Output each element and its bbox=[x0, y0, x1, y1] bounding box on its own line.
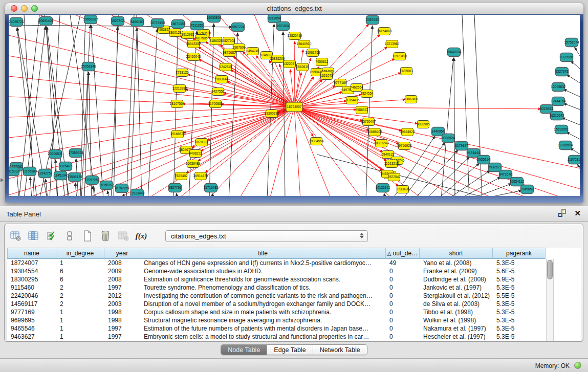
cell-title[interactable]: Investigating the contribution of common… bbox=[140, 292, 386, 300]
graph-node[interactable]: 7857224 bbox=[231, 23, 245, 32]
graph-node[interactable]: 16210643 bbox=[550, 112, 564, 120]
cell-pagerank[interactable]: 5.5E-5 bbox=[493, 292, 546, 300]
cell-year[interactable]: 2008 bbox=[104, 259, 140, 267]
cell-name[interactable]: 22420046 bbox=[7, 292, 56, 300]
cell-outde[interactable]: 0 bbox=[386, 275, 420, 283]
cell-pagerank[interactable]: 5.3E-5 bbox=[493, 283, 546, 292]
graph-node[interactable]: 9242845 bbox=[219, 63, 232, 71]
cell-short[interactable]: Hescheler et al. (1997) bbox=[420, 333, 493, 341]
graph-node[interactable]: 16033809 bbox=[207, 15, 222, 23]
graph-node[interactable]: 19756928 bbox=[397, 142, 412, 150]
graph-node[interactable]: 10807491 bbox=[404, 96, 419, 103]
graph-node[interactable]: 1733426 bbox=[396, 186, 409, 193]
graph-node[interactable]: 15720407 bbox=[361, 118, 376, 126]
table-mode-icon[interactable] bbox=[63, 230, 76, 242]
graph-node[interactable]: 8938924 bbox=[442, 134, 455, 143]
column-header-pagerank[interactable]: pagerank bbox=[493, 248, 546, 259]
graph-node[interactable]: 11675312 bbox=[568, 156, 580, 164]
graph-node[interactable]: 20206536 bbox=[48, 150, 63, 159]
graph-node[interactable]: 20691406 bbox=[39, 17, 54, 26]
cell-short[interactable]: Yano et al. (2008) bbox=[420, 259, 493, 267]
graph-node[interactable]: 24055724 bbox=[9, 18, 24, 27]
cell-indegree[interactable]: 2 bbox=[56, 292, 104, 300]
graph-node[interactable]: 16039489 bbox=[186, 160, 201, 168]
graph-node[interactable]: 15716485 bbox=[204, 184, 219, 192]
graph-node[interactable]: 19654923 bbox=[400, 128, 415, 136]
network-graph-canvas[interactable]: 7963822 8860128 8912935 22260538 9827505… bbox=[9, 15, 580, 196]
minimize-window-button[interactable] bbox=[21, 5, 28, 12]
graph-node[interactable]: 9245652 bbox=[520, 185, 534, 194]
cell-year[interactable]: 1997 bbox=[104, 324, 140, 333]
cell-short[interactable]: Stergiakouli et al. (2012) bbox=[420, 292, 493, 300]
graph-node[interactable]: 10654112 bbox=[510, 178, 525, 186]
import-table-icon[interactable] bbox=[117, 230, 129, 242]
graph-node[interactable]: 7625402 bbox=[175, 172, 188, 180]
cell-title[interactable]: Embryonic stem cells: a model to study s… bbox=[140, 333, 386, 341]
graph-node[interactable]: 2935114 bbox=[477, 156, 490, 164]
graph-node[interactable]: 1145194 bbox=[54, 171, 67, 180]
table-row[interactable]: 946362711997Embryonic stem cells: a mode… bbox=[7, 333, 581, 341]
column-header-title[interactable]: title bbox=[140, 248, 386, 259]
graph-node[interactable]: 18107554 bbox=[170, 100, 185, 108]
tab-network-table[interactable]: Network Table bbox=[313, 345, 367, 355]
cell-outde[interactable]: 0 bbox=[386, 283, 420, 292]
cell-year[interactable]: 2008 bbox=[104, 275, 140, 283]
cell-outde[interactable]: 0 bbox=[386, 308, 420, 316]
cell-year[interactable]: 1998 bbox=[104, 308, 140, 316]
graph-node[interactable]: 16154808 bbox=[377, 28, 392, 35]
graph-node[interactable]: 14136141 bbox=[376, 184, 390, 192]
cell-pagerank[interactable]: 5.6E-5 bbox=[493, 267, 546, 275]
graph-node[interactable]: 9227343 bbox=[555, 68, 569, 76]
table-row[interactable]: 977716911998Corpus callosum shape and si… bbox=[7, 308, 581, 316]
cell-short[interactable]: Nakamura et al. (1997) bbox=[420, 324, 493, 333]
graph-node[interactable]: 10653287 bbox=[83, 15, 98, 24]
graph-node[interactable]: 15751074 bbox=[564, 38, 579, 47]
graph-node[interactable]: 12342757 bbox=[38, 169, 53, 178]
cell-name[interactable]: 18724007 bbox=[7, 259, 56, 267]
graph-node[interactable]: 2522547 bbox=[387, 173, 401, 181]
graph-node[interactable]: 8471676 bbox=[499, 170, 512, 179]
cell-title[interactable]: Disruption of a novel member of a sodium… bbox=[140, 300, 386, 308]
cell-year[interactable]: 2003 bbox=[104, 300, 140, 308]
cell-short[interactable]: Dudbridge et al. (2008) bbox=[420, 275, 493, 283]
graph-node[interactable]: 7485063 bbox=[400, 68, 413, 75]
graph-node[interactable]: 12923448 bbox=[130, 189, 145, 196]
panel-collapse-arrow[interactable] bbox=[1, 178, 4, 182]
close-window-button[interactable] bbox=[11, 5, 17, 12]
close-panel-icon[interactable]: ✕ bbox=[574, 209, 581, 217]
cell-name[interactable]: 9115460 bbox=[7, 283, 56, 292]
cell-year[interactable]: 1998 bbox=[104, 316, 140, 324]
cell-outde[interactable]: 0 bbox=[386, 324, 420, 333]
graph-node[interactable]: 25053346 bbox=[81, 62, 96, 71]
graph-node[interactable]: 8454749 bbox=[246, 48, 259, 55]
graph-node[interactable]: 9777169 bbox=[334, 79, 347, 87]
cell-indegree[interactable]: 1 bbox=[56, 333, 104, 341]
cell-pagerank[interactable]: 5.3E-5 bbox=[493, 316, 546, 324]
column-visibility-icon[interactable] bbox=[28, 230, 40, 242]
table-row[interactable]: 1830029562008Estimation of significance … bbox=[7, 275, 581, 283]
table-selector-dropdown[interactable]: citations_edges.txt bbox=[165, 230, 368, 242]
graph-node[interactable]: 16648784 bbox=[447, 48, 462, 57]
graph-node[interactable]: 16671355 bbox=[171, 20, 186, 29]
select-rows-icon[interactable] bbox=[46, 230, 58, 242]
graph-node[interactable]: 1621072 bbox=[320, 72, 333, 80]
graph-node[interactable]: 9827508 bbox=[222, 37, 235, 45]
graph-node[interactable]: 12825419 bbox=[288, 32, 302, 40]
cell-title[interactable]: Changes of HCN gene expression and I(f) … bbox=[140, 259, 386, 267]
graph-node[interactable]: 8466160 bbox=[130, 18, 144, 27]
graph-node[interactable]: 17359928 bbox=[69, 149, 83, 158]
vertical-scrollbar[interactable] bbox=[546, 259, 554, 341]
graph-node[interactable]: 8912935 bbox=[181, 31, 194, 39]
graph-node[interactable]: 2087682 bbox=[366, 16, 379, 25]
graph-node[interactable]: 18640910 bbox=[297, 40, 312, 48]
cell-outde[interactable]: 0 bbox=[386, 316, 420, 324]
scrollbar-thumb[interactable] bbox=[547, 260, 553, 279]
graph-node[interactable]: 9498222 bbox=[189, 150, 202, 158]
graph-node[interactable]: 9898985 bbox=[417, 121, 430, 128]
cell-title[interactable]: Genome-wide association studies in ADHD. bbox=[140, 267, 386, 275]
graph-node[interactable]: 7511355 bbox=[191, 21, 204, 30]
cell-short[interactable]: Franke et al. (2009) bbox=[420, 267, 493, 275]
cell-name[interactable]: 9465546 bbox=[7, 324, 56, 333]
graph-node[interactable]: 1921834 bbox=[276, 22, 290, 31]
tab-node-table[interactable]: Node Table bbox=[221, 345, 267, 355]
